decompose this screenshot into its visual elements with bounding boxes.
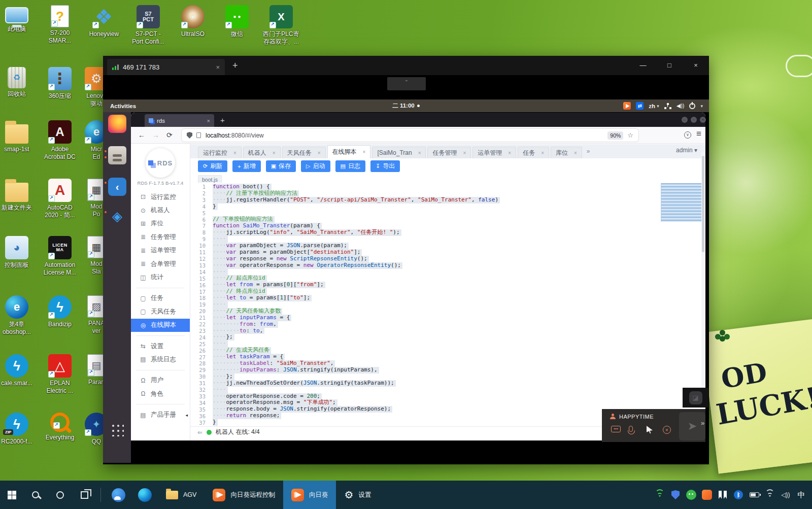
sidebar-item-系统日志[interactable]: ▤系统日志 bbox=[131, 353, 190, 366]
ff-maximize-button[interactable]: ▫ bbox=[691, 117, 697, 123]
floating-tool-button[interactable]: ◪ bbox=[683, 388, 708, 408]
sidebar-item-合单管理[interactable]: ≣合单管理 bbox=[131, 257, 190, 270]
sidebar-item-库位[interactable]: ⊞库位 bbox=[131, 217, 190, 230]
导出-button[interactable]: ↧导出 bbox=[370, 160, 400, 172]
search-button[interactable] bbox=[23, 481, 48, 509]
close-tab-icon[interactable]: × bbox=[318, 150, 321, 156]
wireless-signal-icon[interactable] bbox=[764, 489, 775, 501]
url-bar[interactable]: localhost:8080/#/view 90% ☆ bbox=[182, 129, 638, 142]
sidebar-item-运行监控[interactable]: ⊡运行监控 bbox=[131, 190, 190, 203]
ff-minimize-button[interactable]: – bbox=[682, 117, 688, 123]
toolbar-collapse-button[interactable]: ˇ bbox=[387, 77, 426, 90]
tabs-overflow-chevron[interactable]: » bbox=[587, 148, 590, 155]
edge-button[interactable] bbox=[131, 481, 158, 509]
close-tab-icon[interactable]: × bbox=[207, 118, 210, 124]
close-tab-icon[interactable]: × bbox=[463, 150, 466, 156]
close-button[interactable]: × bbox=[683, 56, 709, 75]
日志-button[interactable]: ▤日志 bbox=[335, 160, 365, 172]
app-tab-运单管理[interactable]: 运单管理× bbox=[472, 147, 516, 158]
desktop-icon-calesmar[interactable]: ϟcale.smar... bbox=[0, 354, 40, 387]
close-tab-icon[interactable]: × bbox=[574, 150, 577, 156]
sidebar-item-天风任务[interactable]: ▢天风任务 bbox=[131, 305, 190, 318]
sidebar-item-在线脚本[interactable]: ◎在线脚本 bbox=[131, 319, 190, 332]
teamviewer-tray-icon[interactable]: ⇄ bbox=[636, 102, 644, 110]
sidebar-item-统计[interactable]: ◫统计 bbox=[131, 270, 190, 284]
code-editor[interactable]: 1234567891011121314151617181920212223242… bbox=[190, 183, 705, 426]
sunlogin-tray-icon[interactable] bbox=[701, 489, 713, 501]
new-tab-button[interactable]: + bbox=[220, 116, 225, 124]
minimize-button[interactable]: — bbox=[630, 56, 656, 75]
start-button[interactable] bbox=[0, 481, 23, 509]
cortana-button[interactable] bbox=[48, 481, 72, 509]
desktop-icon-siemens[interactable]: X西门子PLC寄存器双字、... bbox=[258, 5, 304, 46]
刷新-button[interactable]: ⟳刷新 bbox=[198, 160, 227, 172]
archive-manager-icon[interactable] bbox=[108, 146, 126, 164]
desktop-icon-newfolder[interactable]: 新建文件夹 bbox=[0, 179, 40, 212]
新增-button[interactable]: +新增 bbox=[232, 160, 260, 172]
wechat-tray-icon[interactable] bbox=[686, 489, 697, 501]
status-collapse-icon[interactable]: ⇐ bbox=[197, 429, 202, 436]
close-tab-icon[interactable]: × bbox=[363, 149, 366, 155]
bookmarks-tray-icon[interactable] bbox=[717, 489, 728, 501]
network-icon[interactable] bbox=[664, 103, 671, 109]
sidebar-item-产品手册[interactable]: ▤产品手册◂ bbox=[131, 408, 190, 421]
desktop-icon-wechat[interactable]: ● ●微信 bbox=[214, 5, 260, 38]
close-tab-icon[interactable]: × bbox=[508, 150, 511, 156]
cursor-icon[interactable] bbox=[647, 426, 653, 433]
end-session-icon[interactable]: × bbox=[663, 426, 671, 434]
bluetooth-icon[interactable]: ᛒ bbox=[733, 489, 744, 501]
forward-icon[interactable]: → bbox=[152, 131, 159, 139]
close-session-icon[interactable]: × bbox=[216, 63, 220, 71]
security-shield-icon[interactable] bbox=[670, 489, 681, 501]
language-indicator[interactable]: zh ▾ bbox=[649, 103, 659, 109]
保存-button[interactable]: ▣保存 bbox=[266, 160, 296, 172]
menu-hamburger-icon[interactable]: ≡ bbox=[696, 129, 701, 139]
input-method-indicator[interactable]: 中 bbox=[796, 489, 807, 501]
app-tab-在线脚本[interactable]: 在线脚本× bbox=[327, 145, 371, 158]
new-session-button[interactable]: + bbox=[232, 61, 238, 70]
desktop-icon-rc2000[interactable]: ϟZIPRC2000-f... bbox=[0, 413, 40, 446]
app-tab-库位[interactable]: 库位× bbox=[551, 147, 582, 158]
desktop-icon-mypc[interactable]: 此电脑 bbox=[0, 5, 40, 33]
back-icon[interactable]: ← bbox=[138, 131, 145, 139]
sidebar-item-用户[interactable]: Ω用户 bbox=[131, 374, 190, 387]
bookmark-star-icon[interactable]: ☆ bbox=[627, 131, 633, 139]
maximize-button[interactable]: □ bbox=[656, 56, 683, 75]
sidebar-item-设置[interactable]: ⇆设置 bbox=[131, 340, 190, 353]
volume-icon[interactable]: ◀)) bbox=[676, 103, 685, 109]
zoom-level-badge[interactable]: 90% bbox=[607, 131, 623, 140]
chat-icon[interactable]: ••• bbox=[611, 426, 621, 432]
firefox-tab-rds[interactable]: rds × bbox=[145, 114, 214, 127]
close-tab-icon[interactable]: × bbox=[541, 150, 544, 156]
sidebar-item-运单管理[interactable]: ≣运单管理 bbox=[131, 244, 190, 257]
remote-session-tab[interactable]: 469 171 783 × bbox=[107, 59, 225, 75]
close-tab-icon[interactable]: × bbox=[273, 150, 276, 156]
chevron-down-icon[interactable]: ▾ bbox=[700, 104, 703, 109]
toolbar-expand-chevron[interactable]: » bbox=[701, 419, 704, 427]
pocket-icon[interactable]: ∨ bbox=[684, 131, 691, 139]
ff-close-button[interactable]: × bbox=[700, 117, 706, 123]
page-scrollbar[interactable] bbox=[701, 152, 705, 395]
close-tab-icon[interactable]: × bbox=[418, 150, 421, 156]
tracking-shield-icon[interactable] bbox=[187, 132, 192, 139]
taskbar-task-AGV[interactable]: AGV bbox=[158, 481, 205, 509]
app-grid-icon[interactable] bbox=[110, 423, 124, 436]
sidebar-item-任务[interactable]: ▢任务 bbox=[131, 292, 190, 305]
sidebar-item-角色[interactable]: Ω角色 bbox=[131, 387, 190, 400]
speaker-icon[interactable]: ◁)) bbox=[780, 489, 791, 501]
desktop-icon-honeyview[interactable]: ❖Honeyview bbox=[81, 5, 127, 38]
battery-icon[interactable] bbox=[749, 489, 760, 501]
app-tab-天风任务[interactable]: 天风任务× bbox=[282, 147, 326, 158]
taskbar-task-设置[interactable]: ⚙设置 bbox=[336, 481, 379, 509]
user-menu[interactable]: admin ▾ bbox=[676, 147, 697, 154]
collapse-arrow-icon[interactable]: ◂ bbox=[185, 413, 188, 418]
desktop-icon-ultraiso[interactable]: ●UltraISO bbox=[170, 5, 216, 38]
desktop-icon-recycle[interactable]: ♻回收站 bbox=[0, 67, 40, 98]
ubuntu-clock[interactable]: 二 11:00 bbox=[103, 102, 709, 110]
task-view-button[interactable] bbox=[72, 481, 96, 509]
desktop-icon-cpl[interactable]: ◕控制面板 bbox=[0, 236, 40, 269]
wifi-icon[interactable] bbox=[654, 489, 665, 501]
close-tab-icon[interactable]: × bbox=[233, 150, 236, 156]
app-tab-机器人[interactable]: 机器人× bbox=[243, 147, 281, 158]
desktop-icon-s7200[interactable]: ?S7-200SMAR... bbox=[37, 5, 83, 45]
